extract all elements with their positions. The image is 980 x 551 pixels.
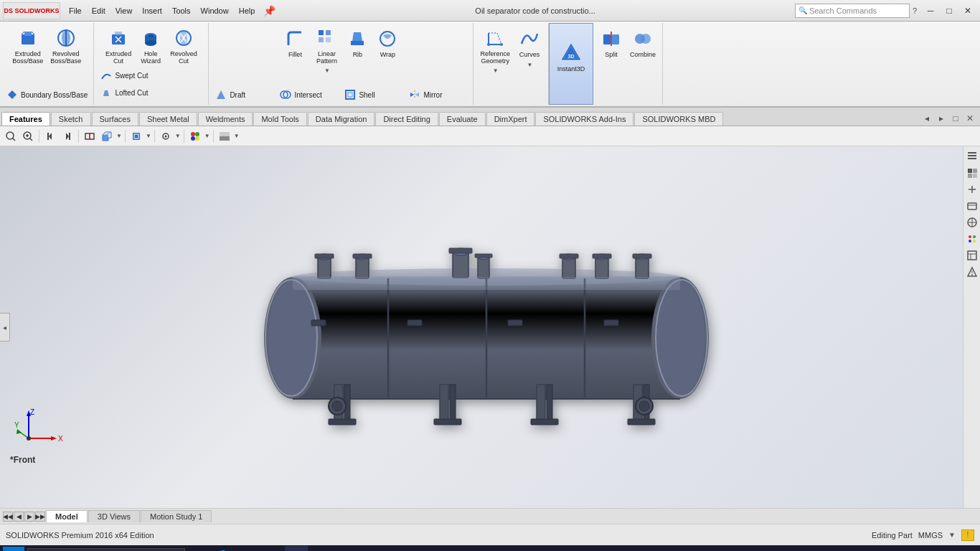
previous-view-btn[interactable] [42, 128, 58, 144]
right-panel-btn-1[interactable] [965, 149, 979, 164]
taskbar-search[interactable]: 🔍 Search [27, 548, 185, 551]
menu-edit[interactable]: Edit [88, 5, 110, 17]
model-viewport[interactable] [10, 146, 963, 508]
rib-btn[interactable]: Rib [342, 24, 372, 62]
display-style-btn[interactable] [128, 128, 144, 144]
right-panel-btn-3[interactable] [965, 182, 979, 197]
tab-evaluate[interactable]: Evaluate [439, 112, 486, 126]
btab-motion-study[interactable]: Motion Study 1 [141, 510, 212, 522]
extruded-boss-base-btn[interactable]: ExtrudedBoss/Base [9, 24, 47, 67]
tab-features[interactable]: Features [1, 112, 50, 126]
zoom-to-fit-btn[interactable] [3, 128, 19, 144]
search-box[interactable]: 🔍 Search Commands [795, 4, 910, 18]
tab-mold-tools[interactable]: Mold Tools [253, 112, 306, 126]
tab-sketch[interactable]: Sketch [51, 112, 91, 126]
view-orientation-dropdown[interactable]: ▼ [116, 133, 122, 139]
hide-show-btn[interactable] [158, 128, 174, 144]
intersect-btn[interactable]: Intersect [276, 86, 341, 103]
wrap-btn[interactable]: Wrap [372, 24, 402, 62]
svg-rect-45 [612, 34, 619, 44]
menu-tools[interactable]: Tools [168, 5, 195, 17]
tab-data-migration[interactable]: Data Migration [308, 112, 375, 126]
pin-button[interactable]: 📌 [263, 5, 275, 17]
scenes-btn[interactable] [217, 128, 232, 144]
tab-nav-first[interactable]: ◀◀ [3, 512, 13, 522]
right-panel-btn-7[interactable] [965, 248, 979, 263]
close-btn[interactable]: ✕ [958, 4, 977, 18]
hole-wizard-btn[interactable]: HoleWizard [135, 24, 166, 67]
main-viewport[interactable]: ◂ [0, 146, 980, 508]
right-panel-btn-5[interactable] [965, 215, 979, 230]
appearance-btn[interactable] [187, 128, 203, 144]
menu-view[interactable]: View [111, 5, 137, 17]
section-view-btn[interactable] [82, 128, 98, 144]
shell-btn[interactable]: Shell [341, 86, 405, 103]
tab-solidworks-mbd[interactable]: SOLIDWORKS MBD [634, 112, 723, 126]
scenes-dropdown[interactable]: ▼ [234, 133, 240, 139]
hide-show-dropdown[interactable]: ▼ [175, 133, 181, 139]
taskbar-mail[interactable] [260, 546, 283, 551]
right-panel-btn-4[interactable] [965, 199, 979, 213]
warning-icon[interactable]: ! [961, 529, 974, 541]
tab-surfaces[interactable]: Surfaces [92, 112, 138, 126]
next-view-btn[interactable] [60, 128, 75, 144]
appearance-dropdown[interactable]: ▼ [204, 133, 210, 139]
extruded-cut-btn[interactable]: ExtrudedCut [102, 24, 135, 67]
split-btn[interactable]: Split [596, 24, 626, 62]
reference-geometry-btn[interactable]: ReferenceGeometry [476, 24, 514, 67]
right-panel-btn-8[interactable] [965, 265, 979, 279]
combine-btn[interactable]: Combine [626, 24, 659, 62]
menu-help[interactable]: Help [235, 5, 260, 17]
tab-dimxpert[interactable]: DimXpert [486, 112, 535, 126]
linear-pattern-btn[interactable]: LinearPattern [311, 24, 342, 67]
tab-nav-prev[interactable]: ◀ [14, 512, 24, 522]
minimize-btn[interactable]: ─ [921, 4, 940, 18]
taskbar-solidworks[interactable]: SW [285, 546, 308, 551]
view-orientation-btn[interactable] [99, 128, 115, 144]
swept-cut-btn[interactable]: Swept Cut [97, 67, 205, 85]
linear-pattern-dropdown[interactable]: ▼ [324, 67, 330, 74]
left-panel-toggle[interactable]: ◂ [0, 313, 10, 342]
tab-weldments[interactable]: Weldments [198, 112, 253, 126]
menu-insert[interactable]: Insert [138, 5, 166, 17]
units-dropdown[interactable]: ▼ [948, 531, 956, 539]
taskbar-explorer[interactable] [236, 546, 259, 551]
menu-file[interactable]: File [65, 5, 86, 17]
restore-btn[interactable]: □ [940, 4, 958, 18]
tab-collapse-right[interactable]: ▸ [934, 111, 948, 126]
menu-window[interactable]: Window [197, 5, 233, 17]
svg-rect-149 [293, 277, 680, 290]
lofted-cut-btn[interactable]: Lofted Cut [97, 85, 205, 102]
display-style-dropdown[interactable]: ▼ [146, 133, 151, 139]
tab-collapse-left[interactable]: ◂ [920, 111, 934, 126]
btab-model[interactable]: Model [46, 510, 88, 522]
tab-close-view[interactable]: ✕ [963, 111, 977, 126]
mirror-btn[interactable]: Mirror [405, 86, 470, 103]
boundary-boss-base-btn[interactable]: Boundary Boss/Base [3, 86, 90, 103]
curves-dropdown[interactable]: ▼ [527, 62, 532, 68]
revolved-cut-btn[interactable]: RevolvedCut [166, 24, 201, 67]
taskbar-chrome[interactable] [309, 546, 332, 551]
taskbar-browser[interactable] [212, 546, 235, 551]
tab-direct-editing[interactable]: Direct Editing [375, 112, 438, 126]
zoom-area-btn[interactable] [20, 128, 36, 144]
start-button[interactable]: ⊞ [3, 547, 24, 551]
taskbar-media[interactable] [334, 546, 357, 551]
curves-btn[interactable]: Curves [514, 24, 545, 62]
tab-nav-last[interactable]: ▶▶ [35, 512, 45, 522]
draft-btn[interactable]: Draft [212, 86, 276, 103]
right-panel-btn-6[interactable] [965, 232, 979, 246]
fillet-btn[interactable]: Fillet [279, 24, 311, 62]
task-view-btn[interactable] [187, 546, 210, 551]
right-panel-btn-2[interactable] [965, 166, 979, 180]
btab-3d-views[interactable]: 3D Views [88, 510, 140, 522]
help-btn[interactable]: ? [913, 6, 917, 15]
tab-expand[interactable]: □ [948, 111, 963, 126]
instant3d-btn[interactable]: 3D Instant3D [552, 25, 590, 90]
tab-sheet-metal[interactable]: Sheet Metal [139, 112, 197, 126]
boundary-cut-btn[interactable]: Boundary Cut [97, 102, 205, 108]
tab-solidworks-addins[interactable]: SOLIDWORKS Add-Ins [535, 112, 633, 126]
revolved-boss-base-btn[interactable]: RevolvedBoss/Base [47, 24, 85, 67]
tab-nav-next[interactable]: ▶ [24, 512, 34, 522]
reference-geometry-dropdown[interactable]: ▼ [493, 67, 499, 74]
